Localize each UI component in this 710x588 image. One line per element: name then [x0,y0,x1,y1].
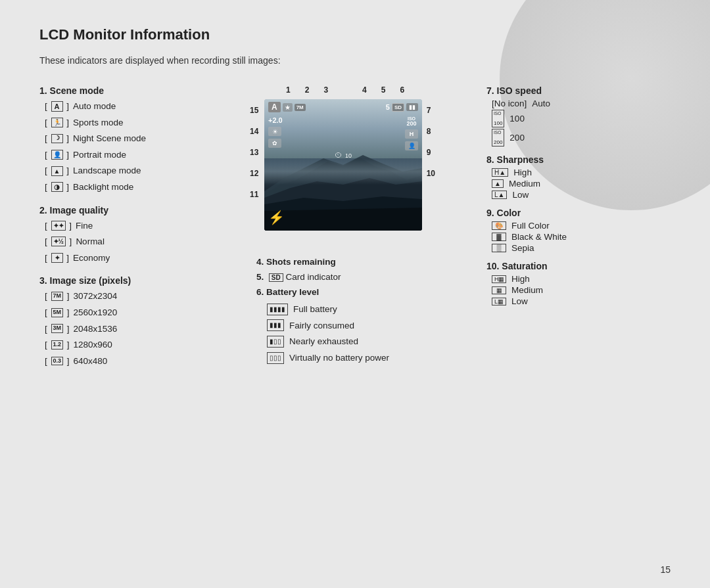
sat-high-label: High [511,274,530,284]
screen-battery-icon: ▮▮ [406,103,418,111]
screen-flash-icon: ⚡ [268,210,285,225]
size-03m-label: 640x480 [74,354,108,369]
number-label-6: 6 [400,85,404,95]
section6-title: 6. Battery level [256,287,319,297]
size-12m-label: 1280x960 [74,338,112,352]
page-number: 15 [660,564,671,575]
list-item: ▦ Medium [492,285,671,295]
list-item: L▲ Low [492,190,671,200]
scene-landscape-label: Landscape mode [73,164,141,178]
list-item: [ ▲ ] Landscape mode [45,164,204,178]
battery-nearly-icon: ▮▯▯ [267,336,284,348]
battery-full-label: Full battery [293,302,337,317]
list-item: [ ◑ ] Backlight mode [45,180,204,194]
sharp-med-label: Medium [509,179,540,189]
size-3m-label: 2048x1536 [74,322,118,336]
list-item: [ 🏃 ] Sports mode [45,116,204,130]
num-15: 15 [250,106,258,115]
scene-backlight-label: Backlight mode [73,180,133,194]
list-item: [ ☽ ] Night Scene mode [45,131,204,146]
list-item: ▓ Black & White [492,232,671,242]
scene-auto-label: Auto mode [73,99,116,114]
screen-person-icon: 👤 [405,141,418,150]
battery-empty-icon: ▯▯▯ [267,352,284,364]
page-container: LCD Monitor Information These indicators… [0,0,710,588]
list-item: ▒ Sepia [492,243,671,253]
quality-normal-icon: [ ✦½ ] [45,235,72,249]
sat-med-icon: ▦ [492,286,506,294]
screen-numbers-top: 1 2 3 4 5 6 [250,85,434,97]
num-8: 8 [427,127,435,136]
section1-title: 1. Scene mode [39,85,204,96]
sharp-med-icon: ▲ [492,179,504,188]
scene-auto-icon: [ A ] [45,99,69,114]
number-label-4: 4 [362,85,367,95]
num-13: 13 [250,148,258,157]
battery-empty-label: Virtually no battery power [289,351,389,365]
color-bw-label: Black & White [511,232,567,242]
section8-title: 8. Sharpness [486,154,671,165]
middle-column: 1 2 3 4 5 6 15 14 13 12 11 [210,85,473,370]
sharp-low-icon: L▲ [492,191,507,199]
screen-iso-display: ISO 200 [405,116,418,127]
scene-backlight-icon: [ ◑ ] [45,180,69,194]
iso-100-label: 100 [509,114,525,124]
section3-title: 3. Image size (pixels) [39,275,204,286]
size-03m-icon: [ 0.3 ] [45,354,70,369]
list-item: [ A ] Auto mode [45,99,204,114]
color-full-icon: 🎨 [492,221,506,230]
battery-fairly-label: Fairly consumed [289,319,354,333]
screen-ui-overlay: A ★ 7M 5 SD ▮▮ +2.0 [264,99,422,231]
section5-sd-icon: SD [269,273,283,282]
list-item: L▦ Low [492,296,671,306]
screen-7m-icon: 7M [295,104,306,111]
list-item: [ ✦ ] Economy [45,251,204,265]
below-screen: 4. Shots remaining 5. SD Card indicator … [256,257,427,367]
section4-title: 4. Shots remaining [256,257,336,267]
sharp-high-label: High [513,168,532,177]
quality-fine-icon: [ ✦✦ ] [45,219,72,233]
color-sepia-icon: ▒ [492,244,506,252]
list-item: [ 0.3 ] 640x480 [45,354,204,369]
iso-auto-icon: [No icon] [492,99,527,108]
screen-sun-icon: ☀ [268,127,281,136]
section8: 8. Sharpness H▲ High ▲ Medium L▲ Low [486,154,671,200]
size-5m-icon: [ 5M ] [45,305,70,320]
list-item: ▲ Medium [492,179,671,189]
quality-fine-label: Fine [76,219,93,233]
right-numbers: 7 8 9 10 [427,106,435,178]
screen-ev-value: +2.0 [268,116,283,124]
section7-title: 7. ISO speed [486,85,671,96]
iso-100-icon: ISO100 [492,110,504,127]
num-10: 10 [427,169,435,178]
size-7m-icon: [ 7M ] [45,289,70,304]
scene-portrait-icon: [ 👤 ] [45,148,69,162]
scene-sports-icon: [ 🏃 ] [45,116,69,130]
sharp-low-label: Low [512,190,529,200]
quality-economy-label: Economy [73,251,110,265]
page-title: LCD Monitor Information [39,26,671,43]
list-item: ▯▯▯ Virtually no battery power [267,351,427,365]
screen-star-icon: ★ [283,103,293,112]
battery-fairly-icon: ▮▮▮ [267,319,284,331]
list-item: [ 1.2 ] 1280x960 [45,338,204,352]
sat-high-icon: H▦ [492,275,506,283]
content-grid: 1. Scene mode [ A ] Auto mode [ 🏃 ] Spor… [39,85,671,370]
screen-flower-icon: ✿ [268,139,281,148]
iso-200-label: 200 [509,133,525,143]
section10-title: 10. Saturation [486,261,671,271]
num-7: 7 [427,106,435,115]
num-12: 12 [250,169,258,178]
left-column: 1. Scene mode [ A ] Auto mode [ 🏃 ] Spor… [39,85,210,370]
list-item: [ 👤 ] Portrait mode [45,148,204,162]
number-label-2: 2 [305,85,310,95]
screen-timer-icon: ⏲ 10 [335,149,352,160]
list-item: [ ✦✦ ] Fine [45,219,204,233]
quality-normal-label: Normal [76,235,105,249]
color-full-label: Full Color [511,221,550,231]
scene-sports-label: Sports mode [73,116,124,130]
screen-h-icon: H [405,129,418,139]
list-item: [ 7M ] 3072x2304 [45,289,204,304]
number-label-5: 5 [381,85,386,95]
battery-full-icon: ▮▮▮▮ [267,304,288,315]
